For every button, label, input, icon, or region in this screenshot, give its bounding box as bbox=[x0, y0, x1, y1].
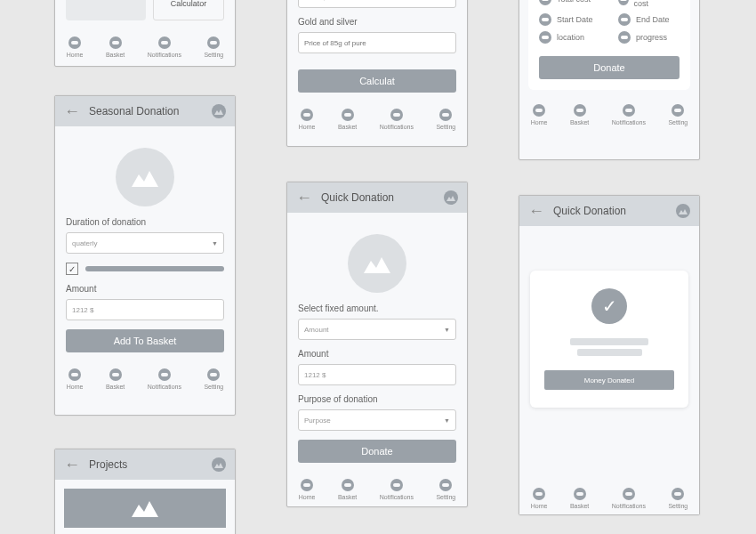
basket-icon bbox=[574, 104, 586, 117]
placeholder-line bbox=[570, 338, 648, 345]
meta-remaining-cost: Remaining cost bbox=[618, 0, 680, 8]
tab-setting[interactable]: Setting bbox=[436, 479, 455, 500]
tab-notifications[interactable]: Notifications bbox=[380, 479, 414, 500]
donate-button[interactable]: Donate bbox=[539, 56, 680, 79]
tab-home[interactable]: Home bbox=[67, 368, 84, 390]
tab-setting[interactable]: Setting bbox=[668, 104, 688, 125]
basket-icon bbox=[342, 109, 354, 121]
tab-home[interactable]: Home bbox=[67, 36, 84, 58]
page-title: Quick Donation bbox=[553, 205, 667, 217]
home-icon bbox=[301, 479, 313, 491]
tab-notifications[interactable]: Notifications bbox=[148, 36, 181, 58]
price-input[interactable] bbox=[298, 32, 456, 53]
tab-notifications[interactable]: Notifications bbox=[612, 104, 646, 125]
image-icon bbox=[444, 190, 458, 205]
home-icon bbox=[68, 36, 81, 49]
tab-basket[interactable]: Basket bbox=[338, 479, 357, 500]
dot-icon bbox=[618, 13, 631, 26]
tab-home[interactable]: Home bbox=[531, 104, 548, 125]
placeholder-line bbox=[577, 349, 642, 356]
meta-progress: progress bbox=[618, 31, 680, 44]
money-donated-button[interactable]: Money Donated bbox=[544, 370, 674, 390]
tab-bar: Home Basket Notifications Setting bbox=[287, 473, 467, 506]
setting-icon bbox=[672, 104, 684, 117]
duration-select[interactable]: quaterly bbox=[66, 232, 224, 254]
basket-icon bbox=[109, 368, 122, 381]
basket-icon bbox=[109, 36, 122, 49]
page-title: Seasonal Donation bbox=[89, 105, 203, 117]
amount-select[interactable]: Amount bbox=[298, 319, 456, 340]
checkbox[interactable]: ✓ bbox=[66, 263, 78, 275]
quick-donation-success-screen: ← Quick Donation ✓ Money Donated Home Ba… bbox=[519, 195, 700, 515]
tab-notifications[interactable]: Notifications bbox=[148, 368, 181, 390]
tab-bar: Home Basket Notifications Setting bbox=[519, 99, 699, 131]
setting-icon bbox=[439, 109, 452, 121]
notifications-icon bbox=[390, 109, 403, 121]
back-icon[interactable]: ← bbox=[296, 189, 312, 207]
header: ← Quick Donation bbox=[287, 182, 467, 213]
duration-label: Duration of donation bbox=[66, 217, 224, 227]
amount-input[interactable] bbox=[66, 299, 224, 320]
notifications-icon bbox=[390, 479, 403, 491]
projects-screen: ← Projects bbox=[54, 449, 236, 534]
quick-donation-form-screen: ← Quick Donation Select fixed amount. Am… bbox=[286, 182, 468, 507]
tab-basket[interactable]: Basket bbox=[570, 104, 589, 125]
tab-bar: Home Basket Notifications Setting bbox=[519, 482, 699, 514]
dot-icon bbox=[539, 13, 551, 26]
image-icon bbox=[212, 104, 226, 118]
page-title: Projects bbox=[89, 458, 203, 471]
meta-total-cost: Total cost bbox=[539, 0, 600, 8]
tab-setting[interactable]: Setting bbox=[668, 488, 688, 509]
value-input[interactable] bbox=[298, 0, 456, 8]
placeholder-box bbox=[66, 0, 146, 20]
setting-icon bbox=[439, 479, 452, 491]
purpose-select[interactable]: Purpose bbox=[298, 409, 456, 431]
setting-icon bbox=[672, 488, 684, 500]
slider[interactable] bbox=[85, 266, 224, 271]
back-icon[interactable]: ← bbox=[528, 202, 544, 221]
amount-label: Amount bbox=[66, 284, 224, 294]
project-card: Total cost Remaining cost Start Date End… bbox=[528, 0, 690, 90]
meta-start-date: Start Date bbox=[539, 13, 600, 26]
back-icon[interactable]: ← bbox=[64, 102, 80, 121]
tab-home[interactable]: Home bbox=[531, 488, 548, 509]
gold-silver-screen: Gold and silver Calculat Home Basket Not… bbox=[286, 0, 468, 147]
amount-input[interactable] bbox=[298, 364, 456, 385]
tab-setting[interactable]: Setting bbox=[436, 109, 455, 130]
purpose-label: Purpose of donation bbox=[298, 394, 456, 404]
tab-bar: Home Basket Notifications Setting bbox=[55, 363, 235, 395]
dot-icon bbox=[539, 0, 551, 5]
add-to-basket-button[interactable]: Add To Basket bbox=[66, 329, 224, 352]
tab-setting[interactable]: Setting bbox=[204, 36, 223, 58]
success-card: ✓ Money Donated bbox=[530, 271, 688, 408]
project-image bbox=[64, 489, 226, 528]
select-fixed-label: Select fixed amount. bbox=[298, 303, 456, 313]
tab-basket[interactable]: Basket bbox=[570, 488, 589, 509]
meta-end-date: End Date bbox=[618, 13, 680, 26]
home-icon bbox=[533, 104, 545, 117]
tab-bar: Home Basket Notifications Setting bbox=[287, 103, 467, 135]
seasonal-donation-screen: ← Seasonal Donation Duration of donation… bbox=[54, 95, 236, 416]
home-icon bbox=[301, 109, 313, 121]
home-icon bbox=[68, 368, 81, 381]
amount-label: Amount bbox=[298, 349, 456, 359]
tab-basket[interactable]: Basket bbox=[106, 368, 125, 390]
tab-home[interactable]: Home bbox=[299, 109, 316, 130]
tab-home[interactable]: Home bbox=[299, 479, 316, 500]
tab-notifications[interactable]: Notifications bbox=[612, 488, 646, 509]
meta-location: location bbox=[539, 31, 600, 44]
notifications-icon bbox=[623, 488, 635, 500]
calculate-button[interactable]: Calculat bbox=[298, 69, 456, 93]
tab-setting[interactable]: Setting bbox=[204, 368, 223, 390]
basket-icon bbox=[342, 479, 354, 491]
tab-notifications[interactable]: Notifications bbox=[380, 109, 414, 130]
donate-card-screen: Total cost Remaining cost Start Date End… bbox=[519, 0, 700, 160]
calculator-button[interactable]: Calculator bbox=[153, 0, 224, 20]
tab-basket[interactable]: Basket bbox=[338, 109, 357, 130]
image-icon bbox=[676, 204, 690, 218]
donate-button[interactable]: Donate bbox=[298, 440, 456, 463]
image-placeholder bbox=[116, 148, 174, 206]
image-icon bbox=[212, 457, 226, 472]
back-icon[interactable]: ← bbox=[64, 456, 80, 474]
tab-basket[interactable]: Basket bbox=[106, 36, 125, 58]
